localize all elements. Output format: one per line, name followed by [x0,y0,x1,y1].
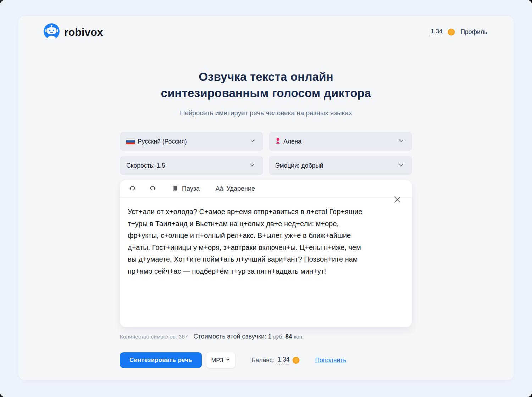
format-select-value: MP3 [211,357,223,364]
stats-row: Количество символов: 367 Стоимость этой … [120,333,412,340]
language-select[interactable]: Русский (Россия) [120,132,263,151]
chevron-down-icon [226,357,230,363]
voice-select-content: Алена [275,138,301,145]
speed-select[interactable]: Скорость: 1.5 [120,156,263,175]
chevron-down-icon [249,162,255,169]
actions-row: Синтезировать речь MP3 Баланс: 1.34 Попо… [120,352,412,368]
main-card: robivox 1.34 Профиль Озвучка текста онла… [18,16,514,380]
cost-kop-unit: коп. [294,334,304,340]
russia-flag-icon [126,139,135,144]
page-subtitle: Нейросеть имитирует речь человека на раз… [18,109,514,117]
text-editor-card: Пауза Aá Ударение Уст+али от х+олода? С+… [120,180,412,327]
undo-icon [128,184,137,194]
balance-group: Баланс: 1.34 [251,356,300,364]
chevron-down-icon [249,138,255,145]
coin-icon [448,29,455,35]
brand-logo[interactable]: robivox [43,23,103,41]
balance-label: Баланс: [251,357,274,364]
brand-name: robivox [64,26,103,38]
voice-controls: Русский (Россия) Алена [120,132,412,175]
char-count: Количество символов: 367 [120,334,188,340]
page-title: Озвучка текста онлайнсинтезированным гол… [18,69,514,101]
robot-logo-icon [43,23,60,41]
pause-label: Пауза [182,185,200,192]
page-background: robivox 1.34 Профиль Озвучка текста онла… [0,0,532,397]
chevron-down-icon [398,162,404,169]
clear-text-button[interactable] [393,195,401,204]
emotion-select-label: Эмоции: добрый [275,162,323,169]
page-title-line2: синтезированным голосом диктора [161,86,371,100]
cost-text: Стоимость этой озвучки: 1 руб. 84 коп. [194,333,304,340]
redo-button[interactable] [149,184,157,194]
text-input[interactable]: Уст+али от х+олода? С+амое вр+емя отпр+а… [128,206,370,278]
editor-body: Уст+али от х+олода? С+амое вр+емя отпр+а… [120,198,412,278]
stress-label: Ударение [226,185,255,192]
language-select-content: Русский (Россия) [126,138,187,145]
coin-icon [293,357,299,364]
cost-label: Стоимость этой озвучки: [194,333,267,340]
format-select[interactable]: MP3 [206,352,235,368]
profile-link[interactable]: Профиль [460,28,487,36]
redo-icon [149,184,157,194]
pause-icon [171,184,179,193]
emotion-select[interactable]: Эмоции: добрый [269,156,412,175]
stress-icon: Aá [215,185,223,193]
language-select-label: Русский (Россия) [138,138,187,145]
female-person-icon [275,138,281,145]
hero-section: Озвучка текста онлайнсинтезированным гол… [18,69,514,117]
balance-value[interactable]: 1.34 [277,356,289,364]
voice-select[interactable]: Алена [269,132,412,151]
cost-kop-value: 84 [286,333,292,340]
header-balance-value[interactable]: 1.34 [431,28,442,36]
cost-rub-unit: руб. [273,334,284,340]
close-icon [393,200,401,205]
page-title-line1: Озвучка текста онлайн [199,70,333,83]
header: robivox 1.34 Профиль [18,16,514,41]
synthesize-button[interactable]: Синтезировать речь [120,352,202,368]
speed-select-label: Скорость: 1.5 [126,162,165,169]
header-right: 1.34 Профиль [431,28,487,36]
topup-link[interactable]: Пополнить [315,357,346,364]
chevron-down-icon [398,138,404,145]
stress-button[interactable]: Aá Ударение [215,185,255,193]
undo-button[interactable] [128,184,137,194]
pause-button[interactable]: Пауза [171,184,200,193]
voice-select-label: Алена [283,138,301,145]
cost-rub-value: 1 [268,333,271,340]
editor-toolbar: Пауза Aá Ударение [120,180,412,198]
